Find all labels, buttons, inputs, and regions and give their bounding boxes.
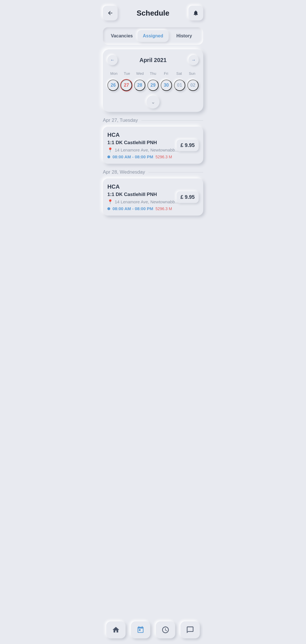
cal-next-button[interactable]: →: [188, 55, 199, 65]
event-price: £ 9.95: [177, 139, 199, 151]
day-sat: Sat: [173, 70, 186, 77]
chat-icon: [186, 626, 194, 634]
notifications-button[interactable]: [188, 6, 203, 20]
bell-icon: [193, 10, 199, 16]
nav-home-button[interactable]: [106, 621, 126, 638]
day-mon: Mon: [107, 70, 120, 77]
event-time-row: 08:00 AM - 08:00 PM 5296.3 M: [107, 154, 199, 159]
cal-dates: 26 27 28 29 30 01 02: [107, 80, 199, 91]
tab-history[interactable]: History: [169, 30, 200, 42]
screen: Schedule Vacancies Assigned History ← Ap…: [98, 0, 208, 644]
back-button[interactable]: [103, 6, 118, 20]
day-wed: Wed: [133, 70, 146, 77]
location-text-2: 14 Lenamore Ave, Newtownabb...: [115, 199, 178, 204]
home-icon: [112, 626, 120, 634]
event-time-row-2: 08:00 AM - 08:00 PM 5296.3 M: [107, 206, 199, 211]
header: Schedule: [98, 0, 208, 25]
event-time: 08:00 AM - 08:00 PM: [112, 154, 153, 159]
cal-date-26[interactable]: 26: [107, 80, 119, 91]
bottom-nav: [98, 618, 208, 644]
tab-vacancies[interactable]: Vacancies: [106, 30, 137, 42]
tab-assigned[interactable]: Assigned: [137, 30, 169, 42]
event-time-2: 08:00 AM - 08:00 PM: [112, 206, 153, 211]
cal-prev-button[interactable]: ←: [107, 55, 118, 65]
nav-schedule-button[interactable]: [131, 621, 150, 638]
location-text: 14 Lenamore Ave, Newtownabb...: [115, 148, 178, 152]
cal-month-year: April 2021: [120, 57, 186, 63]
cal-date-28[interactable]: 28: [134, 80, 145, 91]
calendar: ← April 2021 → Mon Tue Wed Thu Fri Sat S…: [103, 49, 203, 112]
day-tue: Tue: [120, 70, 133, 77]
cal-date-01[interactable]: 01: [174, 80, 185, 91]
date-section-apr27: Apr 27, Tuesday: [103, 118, 203, 123]
location-pin-icon: 📍: [107, 147, 113, 153]
event-price-2: £ 9.95: [177, 191, 199, 203]
day-fri: Fri: [160, 70, 173, 77]
expand-calendar-button[interactable]: ⌄: [146, 95, 160, 108]
back-icon: [107, 10, 113, 16]
event-card-apr27-0[interactable]: HCA 1:1 DK Castlehill PNH 📍 14 Lenamore …: [103, 127, 203, 164]
day-sun: Sun: [186, 70, 199, 77]
cal-date-02[interactable]: 02: [187, 80, 199, 91]
cal-date-30[interactable]: 30: [161, 80, 172, 91]
event-type: HCA: [107, 132, 199, 138]
day-thu: Thu: [146, 70, 160, 77]
time-dot: [107, 155, 110, 158]
nav-chat-button[interactable]: [180, 621, 200, 638]
date-divider-apr27: [141, 120, 203, 121]
date-section-apr28: Apr 28, Wednesday: [103, 169, 203, 175]
clock-icon: [162, 626, 169, 634]
location-pin-icon-2: 📍: [107, 199, 113, 204]
calendar-icon: [137, 626, 144, 634]
event-distance-2: 5296.3 M: [156, 206, 172, 211]
page-title: Schedule: [137, 9, 169, 18]
expand-btn-wrap: ⌄: [107, 95, 199, 108]
nav-clock-button[interactable]: [156, 621, 175, 638]
event-type-2: HCA: [107, 184, 199, 190]
cal-date-29[interactable]: 29: [147, 80, 159, 91]
calendar-header: ← April 2021 →: [107, 55, 199, 65]
cal-days-header: Mon Tue Wed Thu Fri Sat Sun: [107, 70, 199, 77]
date-label-apr27: Apr 27, Tuesday: [103, 118, 138, 123]
tabs-container: Vacancies Assigned History: [103, 27, 203, 45]
date-label-apr28: Apr 28, Wednesday: [103, 169, 145, 175]
event-distance: 5296.3 M: [156, 155, 172, 159]
event-card-apr28-0[interactable]: HCA 1:1 DK Castlehill PNH 📍 14 Lenamore …: [103, 178, 203, 216]
cal-date-27[interactable]: 27: [121, 80, 132, 91]
time-dot-2: [107, 207, 110, 210]
date-divider-apr28: [148, 172, 203, 172]
